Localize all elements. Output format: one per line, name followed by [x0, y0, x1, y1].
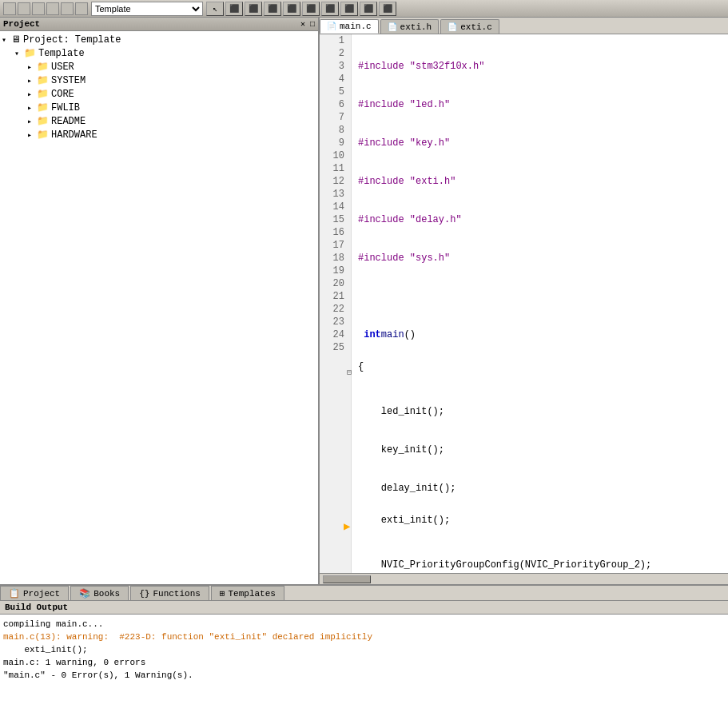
books-tab-icon: 📚: [79, 588, 90, 599]
tool-btn6[interactable]: ⬛: [321, 2, 339, 16]
code-line-12: delay_init();: [358, 482, 722, 495]
tool-btn9[interactable]: ⬛: [379, 2, 396, 16]
tab-functions[interactable]: {} Functions: [130, 586, 209, 600]
template-select[interactable]: Template: [91, 2, 203, 16]
folder-icon-hardware: 📁: [37, 129, 49, 141]
templates-tab-icon: ⊞: [220, 588, 225, 599]
code-line-14: NVIC_PriorityGroupConfig(NVIC_PriorityGr…: [358, 559, 722, 571]
tree-root[interactable]: ▾ 🖥 Project: Template: [2, 33, 316, 46]
root-label: Project: Template: [23, 34, 121, 46]
tool-btn1[interactable]: ⬛: [225, 2, 243, 16]
bottom-tab-bar: 📋 Project 📚 Books {} Functions ⊞ Templat…: [0, 586, 728, 601]
code-line-1: #include "stm32f10x.h": [358, 60, 722, 73]
fwlib-label: FWLIB: [51, 102, 80, 113]
project-tab-label: Project: [23, 589, 60, 599]
readme-label: README: [51, 116, 86, 127]
build-line-3: exti_init();: [3, 643, 725, 656]
folder-icon-template: 📁: [24, 47, 36, 59]
build-output-label: Build Output: [5, 603, 68, 612]
file-icon-exti-h: 📄: [388, 22, 397, 32]
tree-template[interactable]: ▾ 📁 Template: [14, 46, 316, 60]
tree-expand-readme[interactable]: ▸: [27, 117, 37, 126]
icon-6: [75, 2, 88, 15]
line-16: 16: [326, 226, 344, 239]
horizontal-scrollbar[interactable]: [320, 573, 728, 584]
tab-books[interactable]: 📚 Books: [70, 586, 129, 600]
build-line-4: main.c: 1 warning, 0 errors: [3, 656, 725, 669]
project-tree[interactable]: ▾ 🖥 Project: Template ▾ 📁 Template ▸ 📁: [0, 31, 318, 584]
tab-label-exti-h: exti.h: [400, 22, 432, 32]
line-4: 4: [326, 73, 344, 86]
code-line-6: #include "sys.h": [358, 252, 722, 265]
line-23: 23: [326, 316, 344, 328]
line-7: 7: [326, 111, 344, 124]
tool-btn2[interactable]: ⬛: [245, 2, 262, 16]
tree-expand-user[interactable]: ▸: [27, 62, 37, 72]
tree-expand-root[interactable]: ▾: [2, 35, 11, 45]
templates-tab-label: Templates: [228, 589, 275, 599]
titlebar-icons: [3, 2, 88, 15]
books-tab-label: Books: [93, 589, 120, 599]
tab-main-c[interactable]: 📄 main.c: [320, 19, 379, 34]
file-icon-main-c: 📄: [327, 22, 336, 31]
code-content[interactable]: #include "stm32f10x.h" #include "led.h" …: [352, 34, 728, 573]
build-line-1: compiling main.c...: [3, 618, 725, 631]
template-label: Template: [38, 48, 85, 59]
tab-exti-c[interactable]: 📄 exti.c: [440, 19, 499, 34]
tree-expand-fwlib[interactable]: ▸: [27, 103, 37, 113]
bottom-panel: 📋 Project 📚 Books {} Functions ⊞ Templat…: [0, 584, 728, 728]
build-output-title: Build Output: [0, 601, 728, 615]
tool-btn4[interactable]: ⬛: [283, 2, 300, 16]
tabs-bar: 📄 main.c 📄 exti.h 📄 exti.c: [320, 18, 728, 34]
line-18: 18: [326, 252, 344, 265]
tree-core[interactable]: ▸ 📁 CORE: [27, 87, 316, 101]
tool-btn5[interactable]: ⬛: [302, 2, 320, 16]
code-line-10: led_init();: [358, 405, 722, 418]
line-8: 8: [326, 124, 344, 137]
icon-4: [46, 2, 59, 15]
code-line-13: ▶ exti_init();: [358, 520, 722, 533]
system-label: SYSTEM: [51, 75, 86, 86]
tool-btn7[interactable]: ⬛: [340, 2, 358, 16]
tree-hardware[interactable]: ▸ 📁 HARDWARE: [27, 128, 316, 141]
line-17: 17: [326, 239, 344, 252]
build-line-2: main.c(13): warning: #223-D: function "e…: [3, 631, 725, 643]
folder-icon-core: 📁: [37, 88, 49, 100]
line-14: 14: [326, 201, 344, 213]
tab-exti-h[interactable]: 📄 exti.h: [380, 19, 440, 34]
panel-close-btn[interactable]: ✕ □: [300, 19, 315, 29]
tree-system[interactable]: ▸ 📁 SYSTEM: [27, 74, 316, 87]
code-line-11: key_init();: [358, 444, 722, 456]
tab-templates[interactable]: ⊞ Templates: [211, 586, 284, 600]
editor-area[interactable]: 1 2 3 4 5 6 7 8 9 10 11 12 13 14: [320, 34, 728, 573]
folder-icon-readme: 📁: [37, 115, 49, 127]
user-label: USER: [51, 62, 74, 73]
tree-readme[interactable]: ▸ 📁 README: [27, 114, 316, 128]
functions-tab-label: Functions: [153, 589, 200, 599]
icon-3: [32, 2, 45, 15]
code-line-3: #include "key.h": [358, 137, 722, 149]
tree-fwlib[interactable]: ▸ 📁 FWLIB: [27, 101, 316, 114]
tree-expand-template[interactable]: ▾: [14, 49, 24, 58]
tree-expand-core[interactable]: ▸: [27, 90, 37, 99]
line-11: 11: [326, 162, 344, 175]
icon-2: [18, 2, 30, 15]
tool-btn8[interactable]: ⬛: [360, 2, 377, 16]
line-24: 24: [326, 328, 344, 341]
titlebar-buttons: ↖ ⬛ ⬛ ⬛ ⬛ ⬛ ⬛ ⬛ ⬛ ⬛: [206, 2, 396, 16]
tab-project[interactable]: 📋 Project: [0, 586, 69, 600]
code-editor: 1 2 3 4 5 6 7 8 9 10 11 12 13 14: [320, 34, 728, 573]
line-12: 12: [326, 175, 344, 188]
line-13: 13: [326, 188, 344, 201]
tree-expand-hardware[interactable]: ▸: [27, 130, 37, 140]
cursor-btn[interactable]: ↖: [206, 2, 224, 16]
code-line-7: [358, 290, 722, 303]
tree-expand-system[interactable]: ▸: [27, 76, 37, 86]
scrollbar-thumb-h[interactable]: [323, 575, 371, 583]
tree-template-children: ▸ 📁 USER ▸ 📁 SYSTEM ▸ 📁 CORE: [27, 60, 316, 141]
hardware-label: HARDWARE: [51, 129, 97, 141]
tree-user[interactable]: ▸ 📁 USER: [27, 60, 316, 74]
line-15: 15: [326, 213, 344, 226]
tool-btn3[interactable]: ⬛: [264, 2, 281, 16]
line-10: 10: [326, 149, 344, 162]
